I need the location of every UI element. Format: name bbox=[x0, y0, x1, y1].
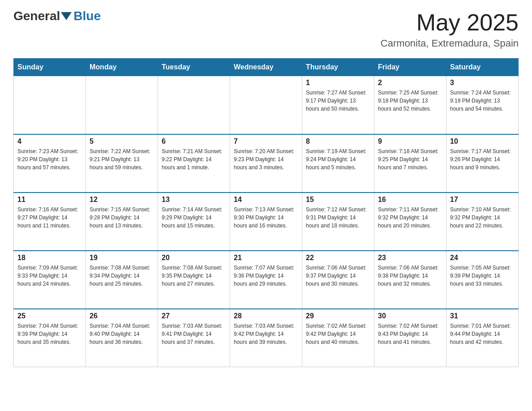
day-info: Sunrise: 7:16 AM Sunset: 9:27 PM Dayligh… bbox=[17, 206, 82, 230]
calendar-header-sunday: Sunday bbox=[14, 59, 86, 76]
day-info: Sunrise: 7:12 AM Sunset: 9:31 PM Dayligh… bbox=[306, 206, 370, 230]
month-year-title: May 2025 bbox=[381, 9, 519, 36]
day-number: 3 bbox=[450, 79, 515, 87]
logo-general-text: General bbox=[13, 9, 60, 23]
calendar-cell bbox=[158, 76, 230, 134]
day-number: 1 bbox=[306, 79, 370, 87]
day-info: Sunrise: 7:24 AM Sunset: 9:19 PM Dayligh… bbox=[450, 89, 515, 113]
day-info: Sunrise: 7:20 AM Sunset: 9:23 PM Dayligh… bbox=[234, 147, 298, 171]
day-number: 18 bbox=[17, 254, 82, 262]
day-info: Sunrise: 7:27 AM Sunset: 9:17 PM Dayligh… bbox=[306, 89, 370, 113]
day-info: Sunrise: 7:11 AM Sunset: 9:32 PM Dayligh… bbox=[378, 206, 442, 230]
calendar-cell: 4Sunrise: 7:23 AM Sunset: 9:20 PM Daylig… bbox=[14, 134, 86, 193]
calendar-cell: 12Sunrise: 7:15 AM Sunset: 9:28 PM Dayli… bbox=[86, 193, 158, 251]
day-info: Sunrise: 7:23 AM Sunset: 9:20 PM Dayligh… bbox=[17, 147, 82, 171]
calendar-cell: 22Sunrise: 7:06 AM Sunset: 9:37 PM Dayli… bbox=[302, 251, 374, 309]
day-info: Sunrise: 7:15 AM Sunset: 9:28 PM Dayligh… bbox=[90, 206, 154, 230]
calendar-cell: 29Sunrise: 7:02 AM Sunset: 9:42 PM Dayli… bbox=[302, 309, 374, 367]
calendar-cell: 20Sunrise: 7:08 AM Sunset: 9:35 PM Dayli… bbox=[158, 251, 230, 309]
location-subtitle: Carmonita, Extremadura, Spain bbox=[381, 38, 519, 49]
day-number: 30 bbox=[378, 312, 442, 320]
calendar-cell: 27Sunrise: 7:03 AM Sunset: 9:41 PM Dayli… bbox=[158, 309, 230, 367]
day-number: 28 bbox=[234, 312, 298, 320]
calendar-cell: 14Sunrise: 7:13 AM Sunset: 9:30 PM Dayli… bbox=[230, 193, 302, 251]
calendar-cell: 31Sunrise: 7:01 AM Sunset: 9:44 PM Dayli… bbox=[446, 309, 519, 367]
day-info: Sunrise: 7:09 AM Sunset: 9:33 PM Dayligh… bbox=[17, 264, 82, 288]
day-number: 24 bbox=[450, 254, 515, 262]
logo-blue-text: Blue bbox=[73, 9, 101, 23]
calendar-week-row: 11Sunrise: 7:16 AM Sunset: 9:27 PM Dayli… bbox=[14, 193, 519, 251]
day-number: 6 bbox=[162, 137, 226, 146]
calendar-week-row: 4Sunrise: 7:23 AM Sunset: 9:20 PM Daylig… bbox=[14, 134, 519, 193]
calendar-cell: 21Sunrise: 7:07 AM Sunset: 9:36 PM Dayli… bbox=[230, 251, 302, 309]
day-number: 29 bbox=[306, 312, 370, 320]
day-info: Sunrise: 7:02 AM Sunset: 9:42 PM Dayligh… bbox=[306, 322, 370, 346]
day-number: 23 bbox=[378, 254, 442, 262]
day-number: 14 bbox=[234, 196, 298, 204]
calendar-cell: 17Sunrise: 7:10 AM Sunset: 9:32 PM Dayli… bbox=[446, 193, 519, 251]
day-info: Sunrise: 7:06 AM Sunset: 9:37 PM Dayligh… bbox=[306, 264, 370, 288]
calendar-cell: 2Sunrise: 7:25 AM Sunset: 9:18 PM Daylig… bbox=[374, 76, 446, 134]
calendar-cell: 28Sunrise: 7:03 AM Sunset: 9:42 PM Dayli… bbox=[230, 309, 302, 367]
day-number: 12 bbox=[90, 196, 154, 204]
day-info: Sunrise: 7:04 AM Sunset: 9:39 PM Dayligh… bbox=[17, 322, 82, 346]
day-number: 20 bbox=[162, 254, 226, 262]
day-info: Sunrise: 7:01 AM Sunset: 9:44 PM Dayligh… bbox=[450, 322, 515, 346]
day-info: Sunrise: 7:03 AM Sunset: 9:42 PM Dayligh… bbox=[234, 322, 298, 346]
day-number: 4 bbox=[17, 137, 82, 146]
day-number: 8 bbox=[306, 137, 370, 146]
day-info: Sunrise: 7:10 AM Sunset: 9:32 PM Dayligh… bbox=[450, 206, 515, 230]
day-number: 10 bbox=[450, 137, 515, 146]
day-info: Sunrise: 7:25 AM Sunset: 9:18 PM Dayligh… bbox=[378, 89, 442, 113]
calendar-header-wednesday: Wednesday bbox=[230, 59, 302, 76]
day-number: 27 bbox=[162, 312, 226, 320]
calendar-cell: 9Sunrise: 7:18 AM Sunset: 9:25 PM Daylig… bbox=[374, 134, 446, 193]
day-info: Sunrise: 7:14 AM Sunset: 9:29 PM Dayligh… bbox=[162, 206, 226, 230]
calendar-cell: 23Sunrise: 7:06 AM Sunset: 9:38 PM Dayli… bbox=[374, 251, 446, 309]
calendar-cell bbox=[86, 76, 158, 134]
calendar-header-monday: Monday bbox=[86, 59, 158, 76]
calendar-header-saturday: Saturday bbox=[446, 59, 519, 76]
day-info: Sunrise: 7:06 AM Sunset: 9:38 PM Dayligh… bbox=[378, 264, 442, 288]
calendar-cell: 1Sunrise: 7:27 AM Sunset: 9:17 PM Daylig… bbox=[302, 76, 374, 134]
day-number: 16 bbox=[378, 196, 442, 204]
day-info: Sunrise: 7:21 AM Sunset: 9:22 PM Dayligh… bbox=[162, 147, 226, 171]
calendar-header-friday: Friday bbox=[374, 59, 446, 76]
calendar-cell: 7Sunrise: 7:20 AM Sunset: 9:23 PM Daylig… bbox=[230, 134, 302, 193]
calendar-cell: 30Sunrise: 7:02 AM Sunset: 9:43 PM Dayli… bbox=[374, 309, 446, 367]
day-info: Sunrise: 7:02 AM Sunset: 9:43 PM Dayligh… bbox=[378, 322, 442, 346]
day-number: 25 bbox=[17, 312, 82, 320]
calendar-cell: 15Sunrise: 7:12 AM Sunset: 9:31 PM Dayli… bbox=[302, 193, 374, 251]
calendar-cell bbox=[230, 76, 302, 134]
day-number: 26 bbox=[90, 312, 154, 320]
day-info: Sunrise: 7:03 AM Sunset: 9:41 PM Dayligh… bbox=[162, 322, 226, 346]
calendar-cell bbox=[14, 76, 86, 134]
calendar-cell: 24Sunrise: 7:05 AM Sunset: 9:39 PM Dayli… bbox=[446, 251, 519, 309]
calendar-week-row: 18Sunrise: 7:09 AM Sunset: 9:33 PM Dayli… bbox=[14, 251, 519, 309]
calendar-cell: 5Sunrise: 7:22 AM Sunset: 9:21 PM Daylig… bbox=[86, 134, 158, 193]
calendar-table: SundayMondayTuesdayWednesdayThursdayFrid… bbox=[13, 58, 519, 367]
calendar-cell: 16Sunrise: 7:11 AM Sunset: 9:32 PM Dayli… bbox=[374, 193, 446, 251]
calendar-header-row: SundayMondayTuesdayWednesdayThursdayFrid… bbox=[14, 59, 519, 76]
calendar-cell: 6Sunrise: 7:21 AM Sunset: 9:22 PM Daylig… bbox=[158, 134, 230, 193]
day-info: Sunrise: 7:22 AM Sunset: 9:21 PM Dayligh… bbox=[90, 147, 154, 171]
calendar-cell: 25Sunrise: 7:04 AM Sunset: 9:39 PM Dayli… bbox=[14, 309, 86, 367]
calendar-cell: 26Sunrise: 7:04 AM Sunset: 9:40 PM Dayli… bbox=[86, 309, 158, 367]
calendar-cell: 19Sunrise: 7:08 AM Sunset: 9:34 PM Dayli… bbox=[86, 251, 158, 309]
day-info: Sunrise: 7:07 AM Sunset: 9:36 PM Dayligh… bbox=[234, 264, 298, 288]
day-number: 31 bbox=[450, 312, 515, 320]
title-block: May 2025 Carmonita, Extremadura, Spain bbox=[381, 9, 519, 49]
day-number: 2 bbox=[378, 79, 442, 87]
day-info: Sunrise: 7:19 AM Sunset: 9:24 PM Dayligh… bbox=[306, 147, 370, 171]
day-info: Sunrise: 7:04 AM Sunset: 9:40 PM Dayligh… bbox=[90, 322, 154, 346]
calendar-week-row: 25Sunrise: 7:04 AM Sunset: 9:39 PM Dayli… bbox=[14, 309, 519, 367]
day-number: 11 bbox=[17, 196, 82, 204]
calendar-cell: 11Sunrise: 7:16 AM Sunset: 9:27 PM Dayli… bbox=[14, 193, 86, 251]
page-header: General Blue May 2025 Carmonita, Extrema… bbox=[13, 9, 519, 49]
calendar-cell: 3Sunrise: 7:24 AM Sunset: 9:19 PM Daylig… bbox=[446, 76, 519, 134]
calendar-cell: 8Sunrise: 7:19 AM Sunset: 9:24 PM Daylig… bbox=[302, 134, 374, 193]
day-info: Sunrise: 7:05 AM Sunset: 9:39 PM Dayligh… bbox=[450, 264, 515, 288]
day-number: 7 bbox=[234, 137, 298, 146]
day-info: Sunrise: 7:13 AM Sunset: 9:30 PM Dayligh… bbox=[234, 206, 298, 230]
calendar-cell: 18Sunrise: 7:09 AM Sunset: 9:33 PM Dayli… bbox=[14, 251, 86, 309]
